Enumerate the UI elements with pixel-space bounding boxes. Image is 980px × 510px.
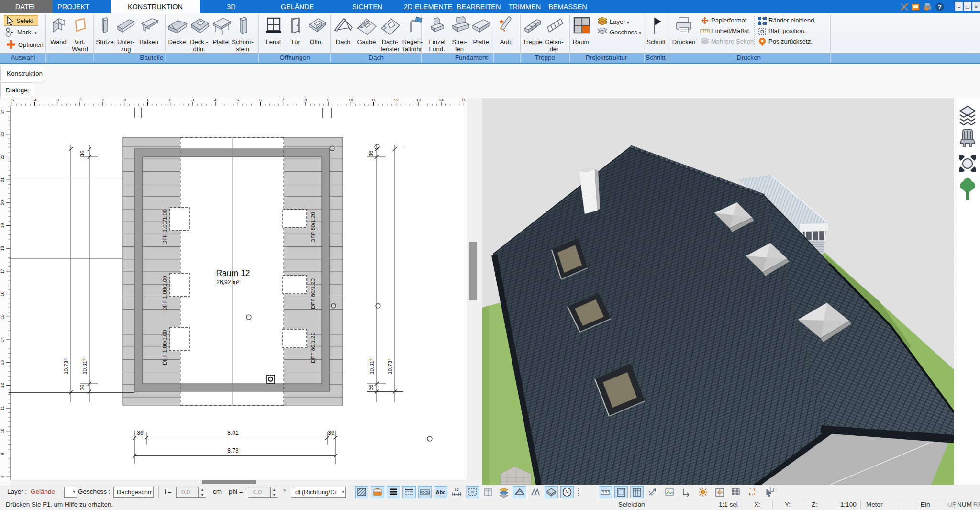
svg-text:36: 36 [137, 430, 144, 436]
svg-text:16: 16 [0, 292, 5, 297]
svg-text:14: 14 [0, 337, 5, 342]
svg-text:3: 3 [191, 98, 194, 102]
svg-text:18: 18 [0, 246, 5, 251]
svg-text:24: 24 [0, 109, 5, 114]
svg-text:5: 5 [237, 98, 239, 102]
svg-text:-3: -3 [56, 98, 59, 102]
svg-text:-4: -4 [33, 98, 36, 102]
svg-text:36: 36 [368, 385, 374, 391]
svg-text:8.73: 8.73 [227, 447, 239, 454]
svg-text:36: 36 [79, 385, 85, 391]
svg-text:12: 12 [394, 98, 399, 102]
svg-text:4: 4 [214, 98, 217, 102]
svg-text:36: 36 [368, 151, 374, 157]
svg-text:-1: -1 [100, 98, 104, 102]
svg-text:0: 0 [124, 98, 126, 102]
svg-text:13: 13 [0, 360, 5, 365]
svg-text:DFF 80/1.20: DFF 80/1.20 [310, 212, 316, 243]
svg-text:DFF 1.00/1.00: DFF 1.00/1.00 [162, 330, 167, 365]
svg-text:22: 22 [0, 155, 5, 159]
svg-text:DFF 1.00/1.00: DFF 1.00/1.00 [162, 276, 167, 311]
svg-text:8.01: 8.01 [227, 430, 239, 436]
svg-text:N: N [565, 489, 569, 495]
svg-text:11: 11 [371, 98, 376, 102]
svg-text:DFF 80/1.20: DFF 80/1.20 [310, 333, 316, 363]
svg-text:ROOM: ROOM [420, 491, 430, 494]
svg-text:10.015: 10.015 [82, 358, 88, 375]
svg-text:21: 21 [0, 177, 5, 182]
svg-text:26,92 m²: 26,92 m² [216, 279, 239, 286]
svg-text:6: 6 [259, 98, 262, 102]
svg-text:36: 36 [328, 430, 334, 436]
svg-text:10: 10 [0, 429, 5, 433]
svg-text:14: 14 [439, 98, 444, 102]
svg-text:13: 13 [416, 98, 421, 102]
svg-text:23: 23 [0, 132, 5, 137]
svg-text:1: 1 [146, 98, 149, 102]
svg-text:15: 15 [0, 314, 5, 319]
svg-text:DFF 80/1.20: DFF 80/1.20 [310, 278, 316, 309]
svg-text:2: 2 [169, 98, 171, 102]
svg-text:9: 9 [327, 98, 330, 102]
svg-text:?: ? [938, 3, 942, 11]
svg-text:12: 12 [0, 383, 5, 388]
svg-text:9: 9 [0, 453, 5, 455]
svg-text:15: 15 [461, 98, 466, 102]
svg-text:8: 8 [0, 476, 5, 478]
svg-text:DFF 1.00/1.00: DFF 1.00/1.00 [162, 209, 167, 244]
svg-text:20: 20 [0, 200, 5, 205]
svg-text:19: 19 [0, 223, 5, 228]
svg-text:17: 17 [0, 269, 5, 274]
svg-text:Abc: Abc [436, 489, 446, 495]
svg-text:-5: -5 [10, 98, 14, 102]
svg-text:10.735: 10.735 [63, 358, 69, 375]
svg-text:Raum 12: Raum 12 [216, 268, 250, 278]
svg-text:36: 36 [79, 151, 85, 157]
svg-text:10: 10 [348, 98, 353, 102]
svg-text:-2: -2 [78, 98, 82, 102]
svg-text:10.735: 10.735 [387, 358, 393, 375]
svg-text:11: 11 [0, 406, 5, 410]
svg-text:7: 7 [282, 98, 284, 102]
svg-text:10.015: 10.015 [369, 358, 375, 375]
svg-text:8: 8 [304, 98, 307, 102]
svg-text:1,2: 1,2 [454, 488, 459, 491]
